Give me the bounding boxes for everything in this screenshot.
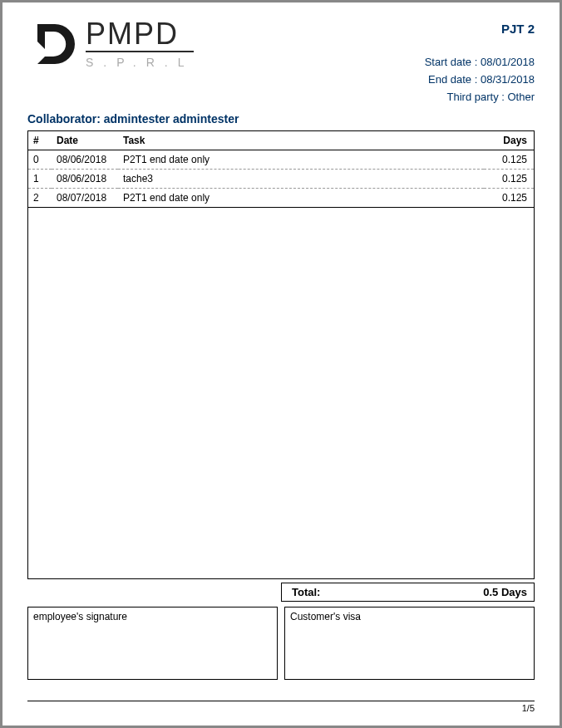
employee-signature-label: employee's signature: [33, 611, 127, 622]
total-box: Total: 0.5 Days: [281, 583, 535, 602]
collaborator-name: admintester admintester: [104, 112, 239, 125]
col-header-date: Date: [52, 131, 118, 150]
task-table: # Date Task Days 0 08/06/2018 P2T1 end d…: [28, 131, 534, 208]
start-date-row: Start date : 08/01/2018: [425, 54, 535, 71]
third-party-row: Third party : Other: [425, 89, 535, 106]
collaborator-label: Collaborator:: [27, 112, 101, 125]
start-date-value: 08/01/2018: [481, 56, 535, 68]
table-row: 1 08/06/2018 tache3 0.125: [28, 170, 534, 189]
cell-date: 08/06/2018: [52, 170, 118, 189]
end-date-label: End date :: [428, 73, 477, 86]
customer-visa-box: Customer's visa: [284, 607, 535, 680]
table-row: 0 08/06/2018 P2T1 end date only 0.125: [28, 150, 534, 170]
document-page: PMPD S.P.R.L PJT 2 Start date : 08/01/20…: [2, 2, 560, 726]
header: PMPD S.P.R.L PJT 2 Start date : 08/01/20…: [27, 19, 535, 106]
cell-idx: 1: [28, 170, 52, 189]
third-party-label: Third party :: [447, 91, 505, 103]
cell-days: 0.125: [484, 170, 534, 189]
col-header-task: Task: [118, 131, 484, 150]
signature-row: employee's signature Customer's visa: [27, 607, 535, 680]
pd-logo-icon: [27, 19, 77, 69]
logo-title: PMPD: [86, 19, 194, 52]
logo-block: PMPD S.P.R.L: [27, 19, 194, 69]
cell-idx: 2: [28, 189, 52, 208]
table-row: 2 08/07/2018 P2T1 end date only 0.125: [28, 189, 534, 208]
customer-visa-label: Customer's visa: [290, 611, 361, 622]
task-table-box: # Date Task Days 0 08/06/2018 P2T1 end d…: [27, 130, 535, 579]
total-value: 0.5 Days: [483, 586, 527, 598]
header-meta: PJT 2 Start date : 08/01/2018 End date :…: [425, 19, 535, 106]
col-header-idx: #: [28, 131, 52, 150]
cell-date: 08/07/2018: [52, 189, 118, 208]
total-label: Total:: [288, 586, 320, 598]
end-date-value: 08/31/2018: [481, 73, 535, 86]
cell-task: tache3: [118, 170, 484, 189]
start-date-label: Start date :: [425, 56, 478, 68]
third-party-value: Other: [507, 91, 535, 103]
table-header-row: # Date Task Days: [28, 131, 534, 150]
cell-task: P2T1 end date only: [118, 189, 484, 208]
collaborator-line: Collaborator: admintester admintester: [27, 112, 535, 125]
cell-date: 08/06/2018: [52, 150, 118, 170]
col-header-days: Days: [484, 131, 534, 150]
cell-idx: 0: [28, 150, 52, 170]
cell-days: 0.125: [484, 150, 534, 170]
logo-text-block: PMPD S.P.R.L: [86, 19, 194, 69]
project-code: PJT 2: [425, 19, 535, 39]
logo-subtitle: S.P.R.L: [86, 56, 194, 69]
cell-days: 0.125: [484, 189, 534, 208]
page-number: 1/5: [27, 701, 535, 713]
end-date-row: End date : 08/31/2018: [425, 71, 535, 89]
employee-signature-box: employee's signature: [27, 607, 278, 680]
cell-task: P2T1 end date only: [118, 150, 484, 170]
